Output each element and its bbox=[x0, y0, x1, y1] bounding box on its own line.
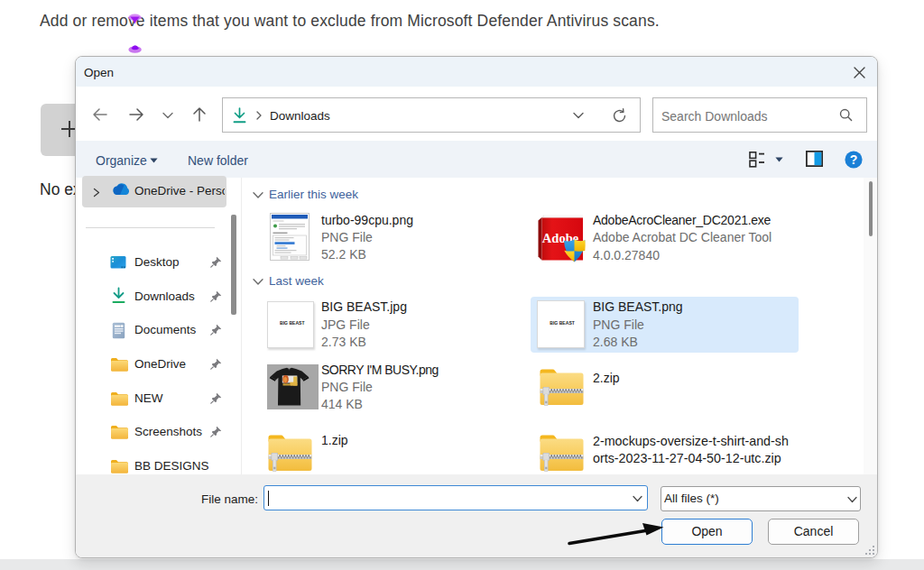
svg-text:?: ? bbox=[850, 152, 858, 167]
